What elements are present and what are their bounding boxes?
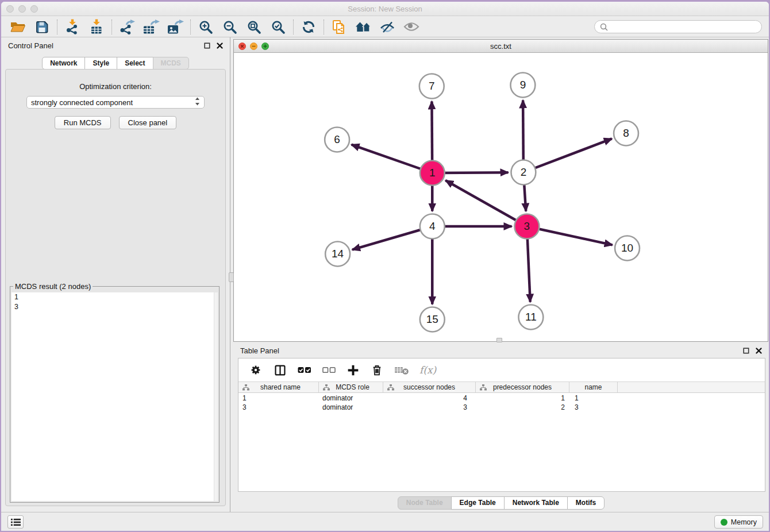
vertical-splitter-handle[interactable] xyxy=(229,272,234,282)
tab-mcds[interactable]: MCDS xyxy=(153,57,189,70)
close-panel-icon[interactable] xyxy=(756,348,762,354)
zoom-out-button[interactable] xyxy=(218,18,242,36)
table-body: 1 dominator 4 1 1 3 dominator 3 2 3 xyxy=(238,393,765,413)
maximize-window-button[interactable] xyxy=(30,5,38,13)
export-network-button[interactable] xyxy=(115,18,139,36)
node-11[interactable]: 11 xyxy=(518,305,543,330)
cell-name[interactable]: 1 xyxy=(569,394,618,403)
tab-node-table[interactable]: Node Table xyxy=(398,496,452,510)
split-columns-icon[interactable] xyxy=(274,364,287,377)
delete-table-icon[interactable] xyxy=(394,364,409,376)
tab-edge-table[interactable]: Edge Table xyxy=(451,496,505,510)
cell-name[interactable]: 3 xyxy=(569,403,618,413)
float-panel-icon[interactable] xyxy=(204,43,210,49)
function-builder-icon[interactable]: f(x) xyxy=(419,364,436,376)
cell-mcds-role[interactable]: dominator xyxy=(319,403,383,413)
application-window: Session: New Session xyxy=(1,2,769,531)
task-history-button[interactable] xyxy=(7,515,24,529)
tab-motifs[interactable]: Motifs xyxy=(567,496,605,510)
node-8[interactable]: 8 xyxy=(614,121,638,146)
node-2[interactable]: 2 xyxy=(511,160,536,185)
float-panel-icon[interactable] xyxy=(743,348,749,354)
node-4[interactable]: 4 xyxy=(420,214,445,239)
node-7[interactable]: 7 xyxy=(419,74,444,99)
network-window-titlebar[interactable]: scc.txt xyxy=(234,40,768,53)
close-panel-button[interactable]: Close panel xyxy=(119,116,177,129)
cell-mcds-role[interactable]: dominator xyxy=(319,394,383,403)
close-view-icon[interactable] xyxy=(238,43,246,50)
minimize-window-button[interactable] xyxy=(18,5,26,13)
import-table-button[interactable] xyxy=(84,18,109,36)
add-column-icon[interactable] xyxy=(346,364,360,377)
svg-text:8: 8 xyxy=(623,127,629,139)
export-table-button[interactable] xyxy=(139,18,163,36)
search-input[interactable] xyxy=(611,22,761,32)
column-header-successor-nodes[interactable]: successor nodes xyxy=(383,382,476,392)
column-header-predecessor-nodes[interactable]: predecessor nodes xyxy=(476,382,569,392)
cell-shared-name[interactable]: 3 xyxy=(238,403,319,413)
cell-successor-nodes[interactable]: 3 xyxy=(383,403,476,413)
show-all-button[interactable] xyxy=(399,18,424,36)
memory-button[interactable]: Memory xyxy=(714,515,763,529)
node-10[interactable]: 10 xyxy=(615,236,640,261)
status-bar: Memory xyxy=(1,512,769,531)
minimize-view-icon[interactable] xyxy=(250,43,257,50)
toolbar-separator xyxy=(111,20,112,34)
svg-text:7: 7 xyxy=(429,80,435,92)
horizontal-splitter-handle[interactable] xyxy=(496,338,502,342)
fit-content-button[interactable] xyxy=(242,18,266,36)
edge-2-8[interactable] xyxy=(523,138,612,172)
node-1[interactable]: 1 xyxy=(420,161,445,186)
tab-network[interactable]: Network xyxy=(42,57,85,70)
zoom-in-button[interactable] xyxy=(194,18,218,36)
node-15[interactable]: 15 xyxy=(420,307,445,332)
home-icon xyxy=(355,20,371,33)
eye-slash-icon xyxy=(379,20,395,34)
cell-shared-name[interactable]: 1 xyxy=(238,394,319,403)
maximize-view-icon[interactable] xyxy=(261,43,269,50)
node-3[interactable]: 3 xyxy=(514,214,539,239)
optimization-criterion-select[interactable]: strongly connected component xyxy=(26,96,205,109)
tab-network-table[interactable]: Network Table xyxy=(504,496,568,510)
tab-select[interactable]: Select xyxy=(117,57,153,70)
clone-network-button[interactable] xyxy=(327,18,351,36)
edge-3-1[interactable] xyxy=(445,180,527,226)
svg-text:10: 10 xyxy=(621,242,633,254)
select-all-icon[interactable] xyxy=(298,364,311,376)
delete-column-trash-icon[interactable] xyxy=(371,363,383,377)
home-button[interactable] xyxy=(351,18,375,36)
svg-text:4: 4 xyxy=(429,220,436,232)
hide-selected-button[interactable] xyxy=(375,18,399,36)
result-scrollbar[interactable] xyxy=(214,292,218,501)
network-canvas[interactable]: 7968124314101511 xyxy=(234,53,768,341)
search-field[interactable] xyxy=(594,20,762,33)
deselect-all-icon[interactable] xyxy=(322,365,336,375)
close-panel-icon[interactable] xyxy=(217,43,223,49)
open-session-button[interactable] xyxy=(6,18,30,36)
node-6[interactable]: 6 xyxy=(325,128,349,152)
node-9[interactable]: 9 xyxy=(510,73,535,98)
column-header-mcds-role[interactable]: MCDS role xyxy=(319,382,383,392)
settings-gear-icon[interactable] xyxy=(249,363,263,377)
node-14[interactable]: 14 xyxy=(325,242,350,267)
svg-text:11: 11 xyxy=(525,311,537,323)
cell-predecessor-nodes[interactable]: 1 xyxy=(476,394,569,403)
import-network-button[interactable] xyxy=(60,18,84,36)
cell-predecessor-nodes[interactable]: 2 xyxy=(476,403,569,413)
optimization-criterion-label: Optimization criterion: xyxy=(6,82,225,91)
mcds-result-text[interactable]: 1 3 xyxy=(11,292,218,501)
edge-3-10[interactable] xyxy=(527,226,613,245)
refresh-layout-button[interactable] xyxy=(297,18,321,36)
table-row[interactable]: 3 dominator 3 2 3 xyxy=(238,403,765,413)
tab-style[interactable]: Style xyxy=(84,57,117,70)
mcds-result-group: MCDS result (2 nodes) 1 3 xyxy=(10,286,220,503)
column-header-name[interactable]: name xyxy=(569,382,618,392)
run-mcds-button[interactable]: Run MCDS xyxy=(55,116,111,129)
close-window-button[interactable] xyxy=(6,5,14,13)
save-session-button[interactable] xyxy=(30,18,54,36)
table-row[interactable]: 1 dominator 4 1 1 xyxy=(238,394,765,403)
cell-successor-nodes[interactable]: 4 xyxy=(383,394,476,403)
zoom-selected-button[interactable] xyxy=(266,18,290,36)
column-header-shared-name[interactable]: shared name xyxy=(238,382,319,392)
export-image-button[interactable] xyxy=(163,18,187,36)
